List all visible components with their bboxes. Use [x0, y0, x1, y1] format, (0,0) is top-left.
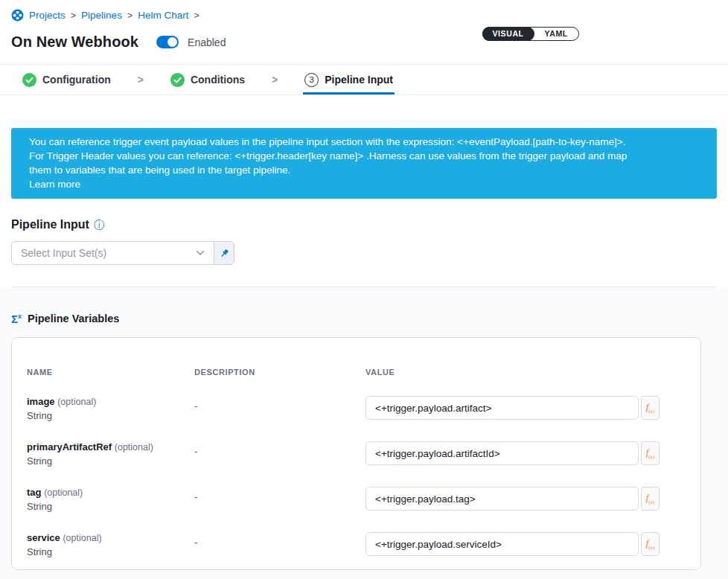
table-row: primaryArtifactRef (optional) String - f… [27, 441, 700, 467]
variable-value-input[interactable] [365, 441, 639, 465]
column-header-value: VALUE [365, 368, 660, 377]
input-set-select-field[interactable] [21, 247, 196, 259]
variable-optional-tag: (optional) [57, 397, 96, 407]
toggle-knob [167, 37, 177, 47]
page-title: On New Webhook [11, 33, 138, 51]
variable-name: image [27, 396, 55, 407]
step-number-icon: 3 [304, 73, 319, 87]
variable-value-input[interactable] [365, 396, 639, 420]
variable-name: service [27, 532, 60, 543]
tab-configuration[interactable]: Configuration [22, 65, 111, 95]
variable-type: String [27, 546, 194, 558]
variable-optional-tag: (optional) [115, 442, 153, 452]
variable-name: primaryArtifactRef [27, 441, 112, 452]
banner-text-line: them to variables that are being used in… [29, 163, 699, 177]
table-row: image (optional) String - f(x) [27, 396, 700, 422]
visual-toggle-button[interactable]: VISUAL [482, 27, 534, 41]
variable-type: String [27, 501, 194, 513]
pin-icon [219, 248, 230, 259]
enabled-toggle-label: Enabled [188, 36, 226, 48]
variable-type: String [27, 455, 194, 467]
tab-pipeline-input[interactable]: 3 Pipeline Input [304, 65, 393, 95]
chevron-down-icon [196, 250, 205, 256]
sigma-variables-icon: Σx [11, 313, 22, 324]
pipeline-variables-heading: Pipeline Variables [28, 313, 119, 324]
expression-fx-button[interactable]: f(x) [641, 441, 660, 465]
expression-fx-button[interactable]: f(x) [641, 487, 660, 511]
chevron-right-icon: > [138, 65, 144, 95]
info-banner: You can reference trigger event payload … [11, 128, 717, 199]
breadcrumb: Projects > Pipelines > Helm Chart > [11, 9, 717, 22]
pin-button[interactable] [214, 241, 234, 265]
pipeline-variables-section: Σx Pipeline Variables NAME DESCRIPTION V… [0, 287, 728, 579]
variable-name: tag [27, 487, 42, 498]
chevron-right-icon: > [127, 10, 132, 21]
table-row: service (optional) String - f(x) [27, 532, 700, 558]
content-area: You can reference trigger event payload … [0, 95, 728, 579]
chevron-right-icon: > [71, 10, 76, 21]
tab-conditions[interactable]: Conditions [170, 65, 245, 95]
check-circle-icon [22, 73, 36, 87]
breadcrumb-link-pipelines[interactable]: Pipelines [81, 10, 122, 21]
expression-fx-button[interactable]: f(x) [641, 532, 660, 556]
variable-optional-tag: (optional) [44, 487, 83, 498]
variable-value-input[interactable] [365, 532, 639, 556]
table-header: NAME DESCRIPTION VALUE [27, 368, 700, 377]
tab-label: Configuration [42, 74, 111, 86]
chevron-right-icon: > [272, 65, 278, 95]
info-icon[interactable]: ⓘ [94, 220, 104, 230]
banner-text-line: You can reference trigger event payload … [29, 135, 699, 149]
column-header-description: DESCRIPTION [194, 368, 365, 377]
variable-value-input[interactable] [365, 487, 639, 511]
banner-text-line: For Trigger Header values you can refere… [29, 149, 699, 163]
visual-yaml-toggle: VISUAL YAML [482, 27, 579, 41]
table-row: tag (optional) String - f(x) [27, 487, 700, 513]
variable-description: - [194, 396, 365, 412]
tab-label: Conditions [191, 74, 245, 86]
chevron-right-icon: > [194, 10, 199, 21]
input-set-select[interactable] [11, 241, 214, 265]
breadcrumb-link-helm-chart[interactable]: Helm Chart [138, 10, 188, 21]
check-circle-icon [170, 73, 185, 87]
variable-description: - [194, 441, 365, 457]
variable-optional-tag: (optional) [63, 533, 101, 543]
variable-description: - [194, 487, 365, 502]
learn-more-link[interactable]: Learn more [29, 177, 699, 191]
column-header-name: NAME [27, 368, 194, 377]
page-header: Projects > Pipelines > Helm Chart > On N… [0, 0, 728, 65]
projects-icon [11, 9, 24, 22]
yaml-toggle-button[interactable]: YAML [534, 27, 578, 41]
pipeline-input-heading: Pipeline Input [11, 218, 89, 231]
expression-fx-button[interactable]: f(x) [641, 396, 660, 420]
variable-type: String [27, 410, 194, 422]
variables-table-card: NAME DESCRIPTION VALUE image (optional) … [11, 337, 701, 570]
variable-description: - [194, 532, 365, 548]
wizard-tabbar: Configuration > Conditions > 3 Pipeline … [0, 65, 728, 95]
tab-label: Pipeline Input [325, 74, 393, 86]
breadcrumb-link-projects[interactable]: Projects [29, 10, 66, 21]
enabled-toggle[interactable] [156, 36, 179, 48]
